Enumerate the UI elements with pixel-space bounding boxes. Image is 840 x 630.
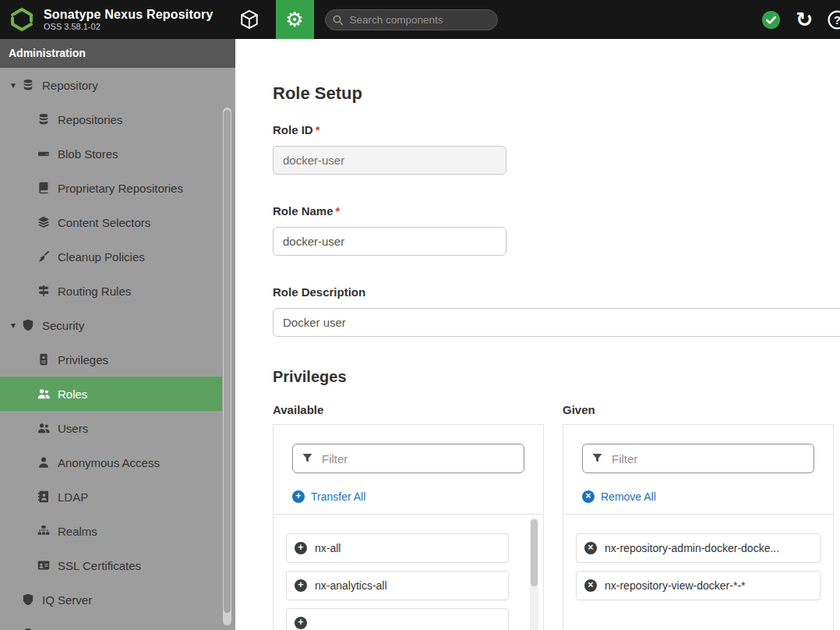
caret-down-icon: ▼ (9, 81, 22, 90)
given-filter-input[interactable] (582, 444, 814, 473)
given-item[interactable]: nx-repository-admin-docker-docke... (576, 533, 821, 563)
available-item[interactable] (286, 608, 509, 630)
refresh-icon[interactable]: ↻ (796, 9, 813, 30)
search-input[interactable] (325, 9, 498, 30)
sidebar-item-privileges[interactable]: Privileges (0, 342, 222, 377)
sitemap-icon (37, 525, 52, 537)
global-search (325, 9, 498, 30)
available-list-scrollbar-thumb[interactable] (531, 519, 538, 586)
available-filter (292, 444, 524, 473)
role-description-field[interactable] (273, 308, 840, 337)
sidebar-item-ssl-certificates[interactable]: SSL Certificates (0, 548, 222, 582)
header-right-icons: ↻ (761, 9, 840, 30)
x-circle-icon (584, 542, 597, 554)
sidebar-item-repository[interactable]: ▼ Repository (0, 68, 222, 102)
given-filter (582, 444, 814, 473)
role-name-field[interactable] (273, 227, 506, 256)
available-list-scrollbar[interactable] (530, 518, 538, 630)
sidebar-item-routing-rules[interactable]: Routing Rules (0, 274, 222, 308)
sidebar-item-support[interactable]: Support (0, 617, 222, 630)
available-item[interactable]: nx-all (286, 533, 509, 563)
role-id-label: Role ID* (273, 123, 840, 136)
plus-circle-icon (295, 579, 307, 592)
sidebar-item-security[interactable]: ▼ Security (0, 308, 222, 342)
x-circle-icon (584, 579, 597, 592)
shield-icon (22, 593, 37, 606)
filter-icon (302, 452, 313, 464)
available-list: nx-all nx-analytics-all (274, 514, 543, 630)
page-title: Role Setup (273, 83, 840, 104)
user-group-icon (37, 388, 52, 400)
gear-icon: ⚙ (285, 9, 303, 30)
given-list: nx-repository-admin-docker-docke... nx-r… (563, 514, 833, 630)
role-setup-panel: Role Setup Role ID* Role Name* Role Desc… (235, 39, 840, 630)
sidebar-item-ldap[interactable]: LDAP (0, 480, 222, 514)
status-check-icon[interactable] (761, 10, 781, 30)
help-icon[interactable] (828, 10, 840, 30)
given-item[interactable]: nx-repository-view-docker-*-* (576, 571, 821, 600)
sidebar-item-realms[interactable]: Realms (0, 514, 222, 548)
cube-icon (239, 9, 259, 30)
plus-circle-icon (292, 490, 305, 503)
privileges-section-title: Privileges (273, 368, 840, 386)
given-column: Given Remove All nx-repository-admi (563, 403, 834, 630)
role-name-label: Role Name* (273, 204, 840, 218)
signpost-icon (37, 285, 52, 297)
app-brand: Sonatype Nexus Repository OSS 3.58.1-02 (44, 7, 214, 32)
sonatype-logo (8, 5, 36, 34)
hdd-icon (37, 147, 52, 160)
available-filter-input[interactable] (292, 444, 524, 473)
plus-circle-icon (295, 542, 307, 554)
address-book-icon (37, 490, 52, 503)
x-circle-icon (582, 490, 595, 503)
available-panel: Transfer All nx-all nx-analytics-all (273, 424, 544, 630)
sidebar-scrollbar[interactable] (223, 108, 231, 625)
given-title: Given (563, 403, 834, 416)
app-version: OSS 3.58.1-02 (44, 22, 214, 32)
database-icon (22, 79, 37, 91)
sidebar-item-anonymous-access[interactable]: Anonymous Access (0, 445, 222, 480)
id-card-icon (37, 559, 52, 572)
given-panel: Remove All nx-repository-admin-docker-do… (563, 424, 834, 630)
database-icon (37, 113, 52, 126)
sidebar-section-header: Administration (0, 39, 235, 68)
id-badge-icon (37, 353, 52, 366)
transfer-all-button[interactable]: Transfer All (292, 490, 365, 503)
book-icon (37, 182, 52, 194)
broom-icon (37, 250, 52, 263)
sidebar-item-repositories[interactable]: Repositories (0, 102, 222, 136)
shield-icon (22, 319, 37, 331)
sidebar-item-blob-stores[interactable]: Blob Stores (0, 136, 222, 171)
sidebar-item-iq-server[interactable]: IQ Server (0, 582, 222, 617)
required-marker: * (316, 123, 320, 136)
sidebar-item-users[interactable]: Users (0, 411, 222, 445)
admin-mode-button[interactable]: ⚙ (276, 0, 314, 39)
sidebar-item-roles[interactable]: Roles (0, 377, 222, 411)
role-id-field (273, 146, 506, 175)
sidebar-scrollbar-thumb[interactable] (224, 110, 231, 613)
remove-all-button[interactable]: Remove All (582, 490, 656, 503)
users-icon (37, 422, 52, 434)
user-icon (37, 456, 52, 469)
privileges-transfer-lists: Available Transfer All nx-all (273, 403, 840, 630)
plus-circle-icon (295, 617, 307, 629)
sidebar-item-proprietary-repositories[interactable]: Proprietary Repositories (0, 171, 222, 205)
sidebar-item-cleanup-policies[interactable]: Cleanup Policies (0, 239, 222, 274)
caret-down-icon: ▼ (9, 321, 22, 330)
required-marker: * (336, 204, 341, 218)
browse-mode-button[interactable] (232, 0, 266, 39)
available-column: Available Transfer All nx-all (273, 403, 544, 630)
filter-icon (591, 452, 603, 464)
app-title: Sonatype Nexus Repository (44, 7, 214, 22)
available-item[interactable]: nx-analytics-all (286, 571, 509, 600)
sidebar-item-content-selectors[interactable]: Content Selectors (0, 205, 222, 239)
available-title: Available (273, 403, 544, 416)
admin-sidebar: Administration ▼ Repository Repositories… (0, 39, 235, 630)
layers-icon (37, 216, 52, 228)
role-description-label: Role Description (273, 285, 840, 299)
top-bar: Sonatype Nexus Repository OSS 3.58.1-02 … (0, 0, 840, 39)
search-icon (332, 14, 344, 26)
admin-nav: ▼ Repository Repositories Blob Stores Pr… (0, 68, 235, 630)
